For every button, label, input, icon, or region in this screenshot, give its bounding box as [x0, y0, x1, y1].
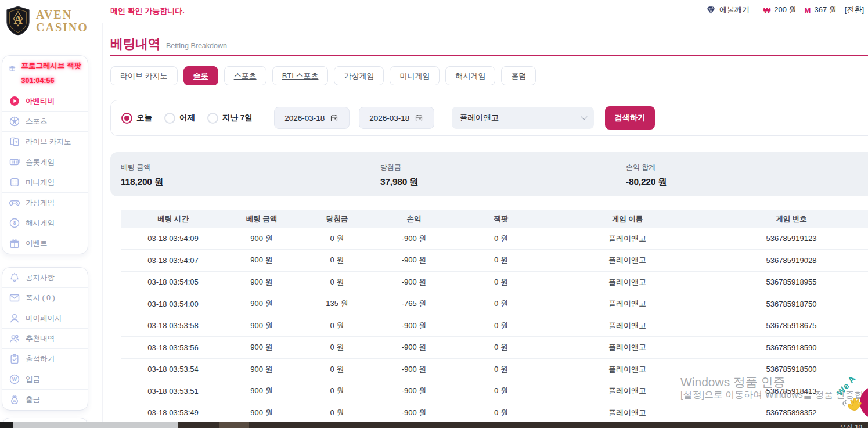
summary-bet-amount: 베팅 금액118,200 원: [121, 163, 163, 188]
table-row: 03-18 03:53:49900 원0 원-900 원0 원플레이앤고5367…: [121, 402, 868, 424]
horizontal-scrollbar-thumb[interactable]: [13, 422, 178, 428]
tab-hash[interactable]: 해시게임: [445, 66, 495, 85]
sidebar-item-label: 아벤티비: [26, 96, 55, 106]
table-cell: 플레이앤고: [550, 271, 704, 293]
column-header: 손익: [376, 210, 452, 228]
convert-link[interactable]: [전환]: [845, 5, 864, 15]
table-cell: 플레이앤고: [550, 293, 704, 315]
sidebar-item-progressive-jackpot[interactable]: 프로그레시브 잭팟 301:04:56: [2, 56, 88, 91]
top-notice: 메인 확인 가능합니다.: [110, 6, 185, 16]
summary-value: -80,220 원: [626, 176, 667, 188]
tab-label: BTI 스포츠: [282, 71, 319, 81]
balance-bar: 에볼깨기 ₩ 200 원 M 367 원 [전환]: [706, 5, 864, 15]
calendar-icon: [330, 114, 338, 123]
sidebar-item-referral[interactable]: 추천내역: [2, 329, 88, 349]
sidebar: A AVEN CASINO 프로그레시브 잭팟 301:04:56 아벤티비스포…: [0, 0, 102, 428]
range-radio-1[interactable]: 어제: [164, 113, 195, 124]
sidebar-item-event[interactable]: 이벤트: [2, 233, 88, 254]
gift-icon: [9, 62, 16, 75]
tab-holdem[interactable]: 홀덤: [501, 66, 536, 85]
date-from-value: 2026-03-18: [284, 114, 325, 123]
m-amount: 367 원: [814, 5, 836, 15]
radio-icon: [164, 113, 175, 124]
sidebar-item-label: 스포츠: [26, 117, 48, 127]
sidebar-item-label: 출금: [26, 395, 40, 405]
summary-label: 손익 합계: [626, 163, 667, 172]
radio-label: 오늘: [136, 113, 152, 123]
table-cell: -900 원: [376, 337, 452, 359]
search-button[interactable]: 검색하기: [605, 106, 655, 130]
brand-logo[interactable]: A AVEN CASINO: [5, 5, 88, 37]
sidebar-item-label: 공지사항: [26, 273, 55, 283]
brand-name: AVEN CASINO: [36, 8, 88, 34]
windows-watermark-line1: Windows 정품 인증: [680, 374, 786, 390]
sidebar-item-attendance[interactable]: 출석하기: [2, 349, 88, 369]
sidebar-item-virtual-game[interactable]: 가상게임: [2, 193, 88, 213]
sidebar-item-withdraw[interactable]: w출금: [2, 390, 88, 410]
date-to-input[interactable]: 2026-03-18: [359, 107, 434, 129]
user-icon: [9, 312, 20, 324]
sidebar-item-label: 해시게임: [26, 218, 55, 228]
table-cell: 536785919123: [704, 228, 868, 250]
page-subtitle: Betting Breakdown: [166, 42, 227, 50]
sidebar-item-label: 쪽지 ( 0 ): [26, 293, 55, 303]
sidebar-item-label: 추천내역: [26, 334, 55, 344]
sidebar-item-label: 라이브 카지노: [26, 137, 71, 147]
sidebar-item-deposit[interactable]: W입금: [2, 369, 88, 390]
table-cell: -900 원: [376, 380, 452, 402]
filter-panel: 오늘어제지난 7일 2026-03-18 2026-03-18 플레이앤고 검색…: [110, 100, 868, 136]
sidebar-item-live-casino[interactable]: 라이브 카지노: [2, 132, 88, 152]
provider-select[interactable]: 플레이앤고: [452, 107, 594, 129]
sidebar-item-sports[interactable]: 스포츠: [2, 112, 88, 132]
summary-value: 118,200 원: [121, 176, 163, 188]
range-radio-0[interactable]: 오늘: [121, 113, 152, 124]
date-from-input[interactable]: 2026-03-18: [274, 107, 350, 129]
won-amount: 200 원: [774, 5, 796, 15]
table-cell: 03-18 03:54:07: [121, 250, 225, 272]
sidebar-item-aventv[interactable]: 아벤티비: [2, 91, 88, 112]
sidebar-item-hash-game[interactable]: 8해시게임: [2, 213, 88, 233]
table-cell: -900 원: [376, 402, 452, 424]
table-cell: -765 원: [376, 293, 452, 315]
tab-bti-sports[interactable]: BTI 스포츠: [272, 66, 329, 85]
tab-mini[interactable]: 미니게임: [390, 66, 440, 85]
gamepad-icon: [9, 197, 20, 208]
table-cell: 135 원: [298, 293, 376, 315]
page-title: 베팅내역: [110, 35, 160, 53]
table-cell: 536785919028: [704, 250, 868, 272]
table-cell: 900 원: [225, 337, 298, 359]
sidebar-item-slot-game[interactable]: 슬롯게임: [2, 152, 88, 172]
jackpot-countdown: 301:04:56: [21, 77, 81, 85]
table-cell: 900 원: [225, 315, 298, 337]
table-cell: 03-18 03:53:49: [121, 402, 225, 424]
soccer-icon: [9, 116, 20, 127]
tab-sports[interactable]: 스포츠: [224, 66, 266, 85]
table-cell: 0 원: [298, 380, 376, 402]
table-cell: 0 원: [452, 358, 550, 380]
table-cell: 536785918750: [704, 293, 868, 315]
sidebar-item-message[interactable]: 쪽지 ( 0 ): [2, 288, 88, 308]
table-cell: 0 원: [298, 358, 376, 380]
sidebar-item-mini-game[interactable]: 미니게임: [2, 172, 88, 193]
sidebar-item-notice[interactable]: 공지사항: [2, 268, 88, 288]
table-cell: 900 원: [225, 380, 298, 402]
summary-panel: 베팅 금액118,200 원당첨금37,980 원손익 합계-80,220 원: [110, 152, 868, 196]
jackpot-label: 프로그레시브 잭팟: [21, 61, 81, 71]
column-header: 베팅 시간: [121, 210, 225, 228]
table-cell: 플레이앤고: [550, 315, 704, 337]
table-cell: 03-18 03:53:51: [121, 380, 225, 402]
tab-live-casino[interactable]: 라이브 카지노: [110, 66, 178, 85]
tab-slot[interactable]: 슬롯: [183, 66, 218, 85]
table-cell: 0 원: [452, 315, 550, 337]
table-cell: 900 원: [225, 250, 298, 272]
range-radio-2[interactable]: 지난 7일: [207, 113, 253, 124]
provider-selected-value: 플레이앤고: [460, 113, 499, 123]
table-cell: 536785918590: [704, 337, 868, 359]
mail-icon: [9, 292, 20, 304]
table-cell: 0 원: [298, 228, 376, 250]
sidebar-item-mypage[interactable]: 마이페이지: [2, 308, 88, 329]
tab-virtual[interactable]: 가상게임: [334, 66, 384, 85]
column-header: 잭팟: [452, 210, 550, 228]
table-cell: 900 원: [225, 228, 298, 250]
scrollbar-corner: [0, 422, 13, 428]
